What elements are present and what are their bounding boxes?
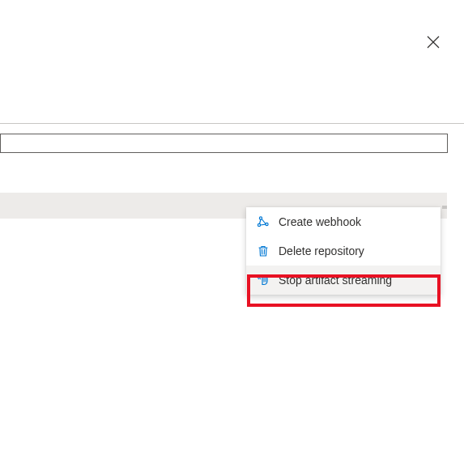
trash-icon <box>256 244 270 258</box>
svg-point-4 <box>266 223 268 225</box>
webhook-icon <box>256 215 270 229</box>
menu-item-label: Create webhook <box>279 215 361 228</box>
svg-point-3 <box>258 223 260 226</box>
close-button[interactable] <box>427 36 441 50</box>
stop-stream-icon <box>256 273 270 287</box>
divider <box>0 123 464 124</box>
text-input[interactable] <box>0 134 448 153</box>
context-menu: Create webhook Delete repository Stop ar… <box>246 207 441 295</box>
close-icon <box>427 36 440 49</box>
menu-item-create-webhook[interactable]: Create webhook <box>246 207 441 236</box>
menu-item-label: Delete repository <box>279 244 364 257</box>
overflow-indicator <box>442 206 447 209</box>
menu-item-stop-artifact-streaming[interactable]: Stop artifact streaming <box>246 266 441 295</box>
menu-item-label: Stop artifact streaming <box>279 274 392 287</box>
menu-item-delete-repository[interactable]: Delete repository <box>246 236 441 266</box>
